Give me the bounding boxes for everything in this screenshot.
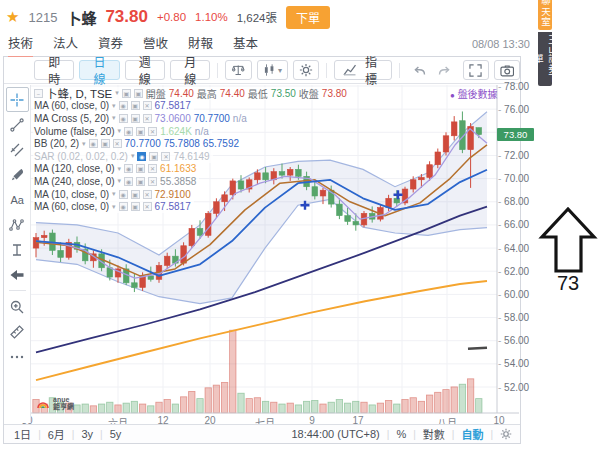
tool-channel[interactable] — [6, 137, 29, 162]
log-scale-button[interactable]: 對數 — [423, 426, 445, 442]
volume-shares: 1,624張 — [237, 9, 277, 25]
eye-toggle-icon[interactable]: ◉ — [137, 152, 146, 161]
auto-scale-button[interactable]: 自動 — [461, 426, 483, 442]
fullscreen-button[interactable] — [463, 60, 489, 80]
range-1日[interactable]: 1日 — [14, 426, 31, 442]
eye-toggle-icon[interactable]: ◉ — [119, 114, 128, 123]
legend-row: MA (120, close, 0)▾◉▣✕61.1633 — [33, 163, 199, 176]
price-tick: 60.00 — [498, 289, 538, 300]
settings-box-icon[interactable]: ▣ — [134, 89, 143, 98]
eye-toggle-icon[interactable]: ◉ — [124, 177, 133, 186]
tool-trend-line[interactable] — [6, 112, 29, 137]
legend-name: BB (20, 2) — [34, 138, 79, 149]
legend-value: 1.624K — [160, 126, 192, 137]
remove-icon[interactable]: ✕ — [143, 202, 152, 211]
legend-row: SAR (0.02, 0.02, 0.2)▾◉▣✕74.6149 — [33, 150, 213, 163]
timeframe-月線[interactable]: 月線 — [170, 60, 210, 80]
text-icon: Aa — [9, 192, 25, 208]
legend-row: MA (10, close, 0)▾◉▣✕72.9100 — [33, 188, 194, 201]
divider: | — [490, 429, 493, 440]
chevron-down-icon[interactable]: ▾ — [131, 152, 135, 160]
timeframe-即時[interactable]: 即時 — [34, 60, 74, 80]
eye-toggle-icon[interactable]: ◉ — [89, 139, 98, 148]
settings-box-icon[interactable]: ▣ — [131, 202, 140, 211]
settings-box-icon[interactable]: ▣ — [131, 101, 140, 110]
range-5y[interactable]: 5y — [110, 428, 122, 440]
legend-value: 73.50 — [271, 88, 296, 99]
chevron-down-icon[interactable]: ▾ — [82, 140, 86, 148]
chat-room-tab[interactable]: 聊天室 — [538, 0, 552, 30]
legend-value: 73.80 — [322, 88, 347, 99]
remove-icon[interactable]: ✕ — [143, 101, 152, 110]
percent-scale-button[interactable]: % — [396, 428, 406, 440]
favorite-star-icon[interactable]: ★ — [6, 8, 19, 26]
settings-box-icon[interactable]: ▣ — [149, 152, 158, 161]
tool-measure[interactable] — [6, 319, 29, 344]
place-order-button[interactable]: 下單 — [286, 6, 330, 29]
eye-toggle-icon[interactable]: ◉ — [124, 127, 133, 136]
settings-box-icon[interactable]: ▣ — [136, 164, 145, 173]
remove-icon[interactable]: ✕ — [113, 139, 122, 148]
tool-zoom-in[interactable] — [6, 294, 29, 319]
tool-crosshair[interactable] — [6, 87, 29, 112]
remove-icon[interactable]: ✕ — [148, 177, 157, 186]
settings-box-icon[interactable]: ▣ — [136, 127, 145, 136]
tool-position[interactable] — [6, 237, 29, 262]
chevron-down-icon[interactable]: ▾ — [118, 165, 122, 173]
settings-box-icon[interactable]: ▣ — [131, 190, 140, 199]
legend-value: 61.1633 — [160, 163, 196, 174]
range-6月[interactable]: 6月 — [48, 426, 65, 442]
chevron-down-icon[interactable]: ▾ — [112, 203, 116, 211]
redo-button[interactable] — [432, 60, 458, 80]
legend-value: 55.3858 — [160, 176, 196, 187]
collapse-icon[interactable]: − — [34, 89, 43, 98]
tool-more[interactable] — [6, 344, 29, 369]
chart-settings-button[interactable] — [293, 60, 319, 80]
compare-scales-button[interactable] — [225, 60, 251, 80]
eye-toggle-icon[interactable]: ◉ — [124, 164, 133, 173]
eye-toggle-icon[interactable]: ▣ — [122, 89, 131, 98]
tool-text[interactable]: Aa — [6, 187, 29, 212]
fullscreen-icon — [469, 64, 482, 77]
indicator-legend: −卜蜂, D, TSE▾▣▣開盤74.40最高74.40最低73.50收盤73.… — [33, 87, 350, 213]
snapshot-button[interactable] — [494, 60, 520, 80]
chevron-down-icon[interactable]: ▾ — [112, 102, 116, 110]
remove-icon[interactable]: ✕ — [143, 114, 152, 123]
tool-arrow-left[interactable] — [6, 262, 29, 287]
range-3y[interactable]: 3y — [81, 428, 93, 440]
eye-toggle-icon[interactable]: ◉ — [119, 101, 128, 110]
tab-技術[interactable]: 技術 — [8, 33, 33, 59]
eye-toggle-icon[interactable]: ◉ — [119, 202, 128, 211]
settings-box-icon[interactable]: ▣ — [101, 139, 110, 148]
candle-style-icon — [263, 63, 275, 77]
broker-order-tab[interactable]: 玉山證券下單 — [538, 32, 552, 86]
chevron-down-icon[interactable]: ▾ — [115, 89, 119, 97]
chevron-down-icon[interactable]: ▾ — [118, 127, 122, 135]
axis-settings-gear-icon[interactable] — [500, 428, 512, 440]
indicators-button[interactable]: 指標 — [334, 60, 392, 80]
tool-brush[interactable] — [6, 162, 29, 187]
settings-box-icon[interactable]: ▣ — [131, 114, 140, 123]
legend-value: 74.6149 — [173, 151, 209, 162]
chart-toolbar: 即時日線週線月線 ▾ 指標 — [4, 57, 520, 84]
tool-pattern[interactable] — [6, 212, 29, 237]
remove-icon[interactable]: ✕ — [161, 152, 170, 161]
settings-box-icon[interactable]: ▣ — [136, 177, 145, 186]
after-hours-dot-icon: ● — [450, 91, 455, 100]
chevron-down-icon[interactable]: ▾ — [118, 177, 122, 185]
legend-value: 最低 — [248, 86, 268, 101]
remove-icon[interactable]: ✕ — [143, 190, 152, 199]
chevron-down-icon[interactable]: ▾ — [112, 190, 116, 198]
chevron-down-icon[interactable]: ▾ — [112, 114, 116, 122]
candle-style-button[interactable]: ▾ — [257, 60, 288, 80]
tab-基本[interactable]: 基本 — [233, 33, 258, 59]
remove-icon[interactable]: ✕ — [148, 164, 157, 173]
undo-button[interactable] — [407, 60, 433, 80]
eye-toggle-icon[interactable]: ◉ — [119, 190, 128, 199]
legend-value: 73.0600 — [155, 113, 191, 124]
timeframe-日線[interactable]: 日線 — [79, 60, 119, 80]
price-tick: 70.00 — [498, 173, 538, 184]
remove-icon[interactable]: ✕ — [148, 127, 157, 136]
gear-icon — [299, 63, 313, 77]
timeframe-週線[interactable]: 週線 — [125, 60, 165, 80]
